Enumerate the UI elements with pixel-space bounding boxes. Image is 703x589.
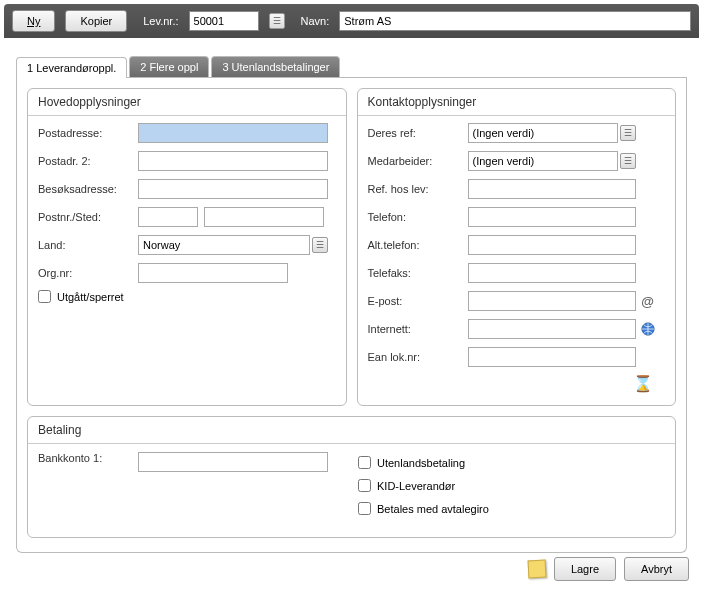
note-icon[interactable] [527,560,546,579]
sted-input[interactable] [204,207,324,227]
orgnr-label: Org.nr: [38,267,138,279]
utgatt-checkbox[interactable] [38,290,51,303]
deres-ref-label: Deres ref: [368,127,468,139]
levnr-label: Lev.nr.: [143,15,178,27]
hoved-header: Hovedopplysninger [28,89,346,116]
hourglass-icon[interactable]: ⌛ [368,374,666,393]
footer: Lagre Avbryt [528,557,689,581]
medarbeider-list-icon[interactable]: ☰ [620,153,636,169]
utgatt-label: Utgått/sperret [57,291,124,303]
tab-flere-oppl[interactable]: 2 Flere oppl [129,56,209,77]
land-label: Land: [38,239,138,251]
postnr-input[interactable] [138,207,198,227]
utenlandsbetaling-label: Utenlandsbetaling [377,457,465,469]
postnr-label: Postnr./Sted: [38,211,138,223]
besoksadresse-input[interactable] [138,179,328,199]
ref-hos-lev-input[interactable] [468,179,636,199]
globe-icon[interactable] [640,321,656,337]
epost-input[interactable] [468,291,636,311]
hovedopplysninger-panel: Hovedopplysninger Postadresse: Postadr. … [27,88,347,406]
medarbeider-input[interactable] [468,151,618,171]
deres-ref-input[interactable] [468,123,618,143]
avtalegiro-checkbox[interactable] [358,502,371,515]
bankkonto1-input[interactable] [138,452,328,472]
kid-checkbox[interactable] [358,479,371,492]
ny-button[interactable]: Ny [12,10,55,32]
betaling-panel: Betaling Bankkonto 1: Utenlandsbetaling … [27,416,676,538]
internett-input[interactable] [468,319,636,339]
ean-input[interactable] [468,347,636,367]
avbryt-button[interactable]: Avbryt [624,557,689,581]
land-input[interactable] [138,235,310,255]
telefaks-input[interactable] [468,263,636,283]
kontakt-header: Kontaktopplysninger [358,89,676,116]
at-icon[interactable]: @ [640,293,656,309]
kid-label: KID-Leverandør [377,480,455,492]
deres-ref-list-icon[interactable]: ☰ [620,125,636,141]
avtalegiro-label: Betales med avtalegiro [377,503,489,515]
telefon-input[interactable] [468,207,636,227]
telefon-label: Telefon: [368,211,468,223]
postadr2-label: Postadr. 2: [38,155,138,167]
navn-input[interactable] [339,11,691,31]
land-list-icon[interactable]: ☰ [312,237,328,253]
alt-telefon-label: Alt.telefon: [368,239,468,251]
kopier-button[interactable]: Kopier [65,10,127,32]
orgnr-input[interactable] [138,263,288,283]
tab-leverandoroppl[interactable]: 1 Leverandøroppl. [16,57,127,78]
top-bar: Ny Kopier Lev.nr.: ☰ Navn: [4,4,699,38]
list-icon[interactable]: ☰ [269,13,285,29]
tabs: 1 Leverandøroppl. 2 Flere oppl 3 Utenlan… [16,56,687,78]
postadr2-input[interactable] [138,151,328,171]
internett-label: Internett: [368,323,468,335]
kontaktopplysninger-panel: Kontaktopplysninger Deres ref: ☰ Medarbe… [357,88,677,406]
betaling-header: Betaling [28,417,675,444]
telefaks-label: Telefaks: [368,267,468,279]
tab-utenlandsbetalinger[interactable]: 3 Utenlandsbetalinger [211,56,340,77]
lagre-button[interactable]: Lagre [554,557,616,581]
postadresse-label: Postadresse: [38,127,138,139]
bankkonto1-label: Bankkonto 1: [38,452,128,464]
alt-telefon-input[interactable] [468,235,636,255]
medarbeider-label: Medarbeider: [368,155,468,167]
postadresse-input[interactable] [138,123,328,143]
ref-hos-lev-label: Ref. hos lev: [368,183,468,195]
tab-content: Hovedopplysninger Postadresse: Postadr. … [16,78,687,553]
epost-label: E-post: [368,295,468,307]
levnr-input[interactable] [189,11,259,31]
ean-label: Ean lok.nr: [368,351,468,363]
utenlandsbetaling-checkbox[interactable] [358,456,371,469]
navn-label: Navn: [301,15,330,27]
besoks-label: Besøksadresse: [38,183,138,195]
